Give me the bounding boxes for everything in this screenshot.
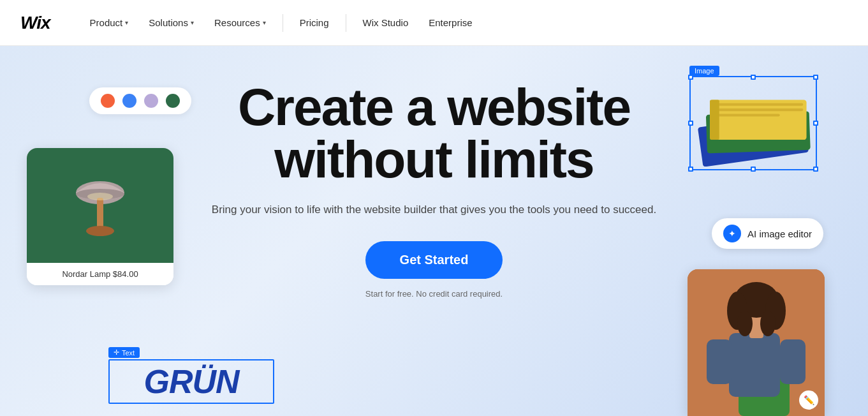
nav-divider bbox=[283, 14, 283, 32]
svg-point-3 bbox=[86, 226, 114, 236]
handle-mid-left[interactable] bbox=[688, 121, 693, 126]
svg-rect-9 bbox=[713, 108, 803, 111]
ai-icon: ✦ bbox=[723, 225, 741, 242]
gruen-brand-text: GRÜN bbox=[143, 362, 239, 401]
handle-bottom-left[interactable] bbox=[688, 167, 693, 172]
chevron-down-icon: ▾ bbox=[191, 19, 194, 26]
svg-rect-2 bbox=[97, 198, 103, 230]
text-widget[interactable]: ✛ Text GRÜN bbox=[108, 346, 274, 403]
hero-text-block: Create a website without limits Bring yo… bbox=[211, 81, 658, 299]
text-widget-label: ✛ Text bbox=[108, 347, 140, 358]
image-widget-label: Image bbox=[689, 66, 719, 76]
svg-rect-8 bbox=[713, 103, 803, 106]
svg-rect-10 bbox=[713, 114, 779, 116]
handle-top-mid[interactable] bbox=[751, 75, 756, 80]
color-dot-orange[interactable] bbox=[101, 94, 115, 108]
handle-bottom-right[interactable] bbox=[813, 167, 818, 172]
ai-image-editor-badge[interactable]: ✦ AI image editor bbox=[712, 218, 823, 249]
lamp-card-image bbox=[27, 148, 173, 263]
chevron-down-icon: ▾ bbox=[125, 19, 128, 26]
cta-subtext: Start for free. No credit card required. bbox=[211, 289, 658, 299]
nav-item-pricing[interactable]: Pricing bbox=[291, 12, 338, 33]
hero-subtitle: Bring your vision to life with the websi… bbox=[211, 201, 658, 218]
image-widget[interactable]: Image bbox=[689, 68, 817, 170]
nav-item-product[interactable]: Product ▾ bbox=[81, 12, 138, 33]
navbar: Wix Product ▾ Solutions ▾ Resources ▾ Pr… bbox=[0, 0, 868, 46]
lamp-card-label: Nordar Lamp $84.00 bbox=[27, 263, 173, 285]
nav-links: Product ▾ Solutions ▾ Resources ▾ Pricin… bbox=[81, 12, 848, 33]
nav-item-resources[interactable]: Resources ▾ bbox=[205, 12, 275, 33]
photo-overlay: ✏️ bbox=[688, 269, 825, 416]
handle-top-right[interactable] bbox=[813, 75, 818, 80]
color-palette bbox=[89, 87, 191, 114]
svg-rect-11 bbox=[710, 100, 719, 140]
color-dot-blue[interactable] bbox=[122, 94, 136, 108]
handle-bottom-mid[interactable] bbox=[751, 167, 756, 172]
photo-card: ✏️ bbox=[688, 269, 825, 416]
text-widget-content: GRÜN bbox=[108, 359, 274, 404]
wix-logo[interactable]: Wix bbox=[20, 13, 50, 33]
nav-divider-2 bbox=[346, 14, 346, 32]
hero-section: Created with Wix Nordar Lamp bbox=[0, 46, 868, 416]
chevron-down-icon: ▾ bbox=[263, 19, 266, 26]
image-widget-content bbox=[693, 80, 813, 167]
handle-mid-right[interactable] bbox=[813, 121, 818, 126]
nav-item-enterprise[interactable]: Enterprise bbox=[420, 12, 481, 33]
color-dot-lavender[interactable] bbox=[144, 94, 158, 108]
lamp-product-card: Nordar Lamp $84.00 bbox=[27, 148, 173, 285]
svg-point-4 bbox=[87, 193, 113, 200]
ai-badge-label: AI image editor bbox=[747, 228, 812, 239]
photo-edit-button[interactable]: ✏️ bbox=[799, 390, 818, 410]
get-started-button[interactable]: Get Started bbox=[365, 241, 503, 279]
hero-title: Create a website without limits bbox=[211, 81, 658, 186]
color-dot-green[interactable] bbox=[166, 94, 180, 108]
nav-item-solutions[interactable]: Solutions ▾ bbox=[140, 12, 203, 33]
nav-item-wix-studio[interactable]: Wix Studio bbox=[354, 12, 418, 33]
